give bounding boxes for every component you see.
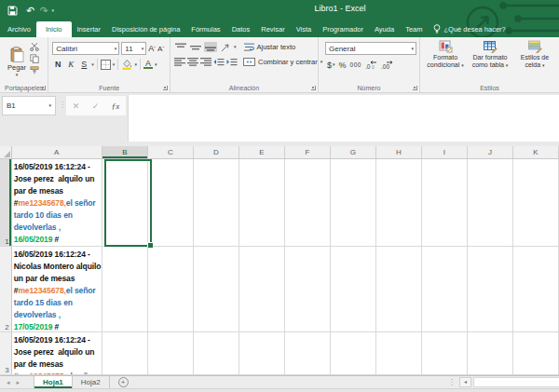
insert-function-icon[interactable]: ƒx <box>112 101 120 111</box>
comma-format-button[interactable]: 000 <box>350 61 361 68</box>
cell-C1[interactable] <box>148 159 194 246</box>
ribbon-tab-vista[interactable]: Vista <box>291 21 318 37</box>
fill-color-dropdown-icon[interactable]: ▾ <box>134 62 137 67</box>
align-right-icon[interactable] <box>200 57 211 67</box>
cell-K2[interactable] <box>513 247 559 331</box>
cell-C2[interactable] <box>148 247 194 331</box>
cell-B2[interactable] <box>102 247 148 331</box>
cancel-icon[interactable]: ✕ <box>73 101 80 111</box>
clipboard-dialog-launcher-icon[interactable] <box>41 86 46 90</box>
conditional-formatting-button[interactable]: Formato condicional ▾ <box>424 40 467 69</box>
font-color-icon[interactable]: A <box>143 60 153 70</box>
cell-D2[interactable] <box>194 247 239 331</box>
undo-button[interactable]: ↶▾ <box>26 6 32 16</box>
row-header-2[interactable]: 2 <box>0 247 12 331</box>
customize-qat-icon[interactable]: ▾ <box>51 7 54 13</box>
column-header-E[interactable]: E <box>239 146 285 159</box>
cell-K1[interactable] <box>513 159 559 246</box>
underline-dropdown-icon[interactable]: ▾ <box>91 62 94 67</box>
cell-E1[interactable] <box>239 159 285 246</box>
select-all-corner[interactable] <box>0 146 12 159</box>
row-header-1[interactable]: 1 <box>0 159 12 246</box>
cell-B3[interactable] <box>102 332 148 374</box>
align-bottom-icon[interactable] <box>204 42 217 52</box>
name-box[interactable]: B1 ▾ <box>2 96 56 115</box>
underline-button[interactable]: S <box>78 60 89 69</box>
font-size-select[interactable]: 11▾ <box>121 42 146 55</box>
column-header-J[interactable]: J <box>468 146 513 159</box>
cell-A1[interactable]: 16/05/2019 16:12:24 -Jose perez alquilo … <box>12 159 102 246</box>
increase-font-size-button[interactable]: Aˆ <box>148 44 156 53</box>
merge-center-button[interactable]: Combinar y centrar ▾ <box>243 58 322 66</box>
sheet-tab-hoja2[interactable]: Hoja2 <box>73 376 110 388</box>
column-header-K[interactable]: K <box>513 146 559 159</box>
ribbon-tab-f-rmulas[interactable]: Fórmulas <box>185 21 225 37</box>
ribbon-tab-programador[interactable]: Programador <box>317 21 369 37</box>
cell-J1[interactable] <box>468 159 513 246</box>
column-header-C[interactable]: C <box>148 146 194 159</box>
increase-indent-icon[interactable] <box>226 57 238 67</box>
ribbon-tab-inicio[interactable]: Inicio <box>36 21 72 37</box>
format-painter-icon[interactable] <box>30 66 39 74</box>
fill-color-icon[interactable] <box>121 59 132 70</box>
formula-input[interactable] <box>128 95 559 142</box>
copy-icon[interactable] <box>30 54 39 63</box>
column-header-F[interactable]: F <box>285 146 331 159</box>
ribbon-tab-datos[interactable]: Datos <box>226 21 256 37</box>
cell-I3[interactable] <box>422 332 468 374</box>
cell-F2[interactable] <box>285 247 331 331</box>
cut-icon[interactable] <box>30 43 39 51</box>
cell-A2[interactable]: 16/05/2019 16:12:24 -Nicolas Montero alq… <box>12 247 102 331</box>
ribbon-tab-insertar[interactable]: Insertar <box>72 21 106 37</box>
decrease-font-size-button[interactable]: Aˇ <box>157 45 164 53</box>
font-name-select[interactable]: Calibri▾ <box>52 42 119 55</box>
format-as-table-button[interactable]: Dar formato como tabla ▾ <box>469 40 511 69</box>
cell-F3[interactable] <box>285 332 331 374</box>
align-left-icon[interactable] <box>174 57 185 67</box>
cell-I1[interactable] <box>422 159 468 246</box>
bold-button[interactable]: N <box>52 60 63 69</box>
cell-G3[interactable] <box>331 332 376 374</box>
add-sheet-icon[interactable]: + <box>118 377 129 387</box>
enter-icon[interactable]: ✓ <box>92 101 100 111</box>
cell-J2[interactable] <box>468 247 513 331</box>
ribbon-tab-revisar[interactable]: Revisar <box>255 21 290 37</box>
cell-A3[interactable]: 16/05/2019 16:12:24 -Jose perez alquilo … <box>12 332 102 374</box>
redo-button[interactable]: ↷▾ <box>40 6 46 16</box>
ribbon-tab-qu-desea-hacer[interactable]: ¿Qué desea hacer? <box>428 21 511 37</box>
font-color-dropdown-icon[interactable]: ▾ <box>155 62 157 67</box>
column-header-H[interactable]: H <box>376 146 422 159</box>
name-box-dropdown-icon[interactable]: ▾ <box>48 103 51 108</box>
sheet-tab-hoja1[interactable]: Hoja1 <box>34 376 73 388</box>
cell-H3[interactable] <box>376 332 422 374</box>
cell-styles-button[interactable]: Estilos de celda ▾ <box>513 40 556 69</box>
orientation-icon[interactable] <box>219 42 232 52</box>
borders-dropdown-icon[interactable]: ▾ <box>113 62 116 67</box>
column-header-I[interactable]: I <box>422 146 468 159</box>
alignment-dialog-launcher-icon[interactable] <box>311 86 316 90</box>
cell-F1[interactable] <box>285 159 331 246</box>
scrollbar-splitter-icon[interactable]: ⋮ <box>448 378 456 386</box>
align-top-icon[interactable] <box>174 42 187 52</box>
cell-E2[interactable] <box>239 247 285 331</box>
ribbon-tab-disposici-n-de-p-gina[interactable]: Disposición de página <box>106 21 185 37</box>
formula-bar-splitter-icon[interactable]: ⋮ <box>59 101 66 109</box>
ribbon-tab-ayuda[interactable]: Ayuda <box>369 21 400 37</box>
scrollbar-track[interactable] <box>473 377 559 387</box>
cell-J3[interactable] <box>468 332 513 374</box>
cell-G2[interactable] <box>331 247 376 331</box>
cell-E3[interactable] <box>239 332 285 374</box>
borders-icon[interactable] <box>101 60 111 70</box>
ribbon-tab-team[interactable]: Team <box>400 21 428 37</box>
column-header-A[interactable]: A <box>12 146 102 159</box>
percent-format-button[interactable]: % <box>339 61 347 70</box>
increase-decimal-icon[interactable]: .00 <box>365 60 377 70</box>
cell-B1[interactable] <box>102 159 148 246</box>
column-header-B[interactable]: B <box>102 146 148 159</box>
row-header-3[interactable]: 3 <box>0 332 12 374</box>
orientation-dropdown-icon[interactable]: ▾ <box>234 45 237 49</box>
prev-sheet-icon[interactable]: ◂ <box>7 379 10 386</box>
cell-G1[interactable] <box>331 159 376 246</box>
scroll-left-icon[interactable]: ◂ <box>459 377 471 387</box>
cell-D1[interactable] <box>194 159 239 246</box>
